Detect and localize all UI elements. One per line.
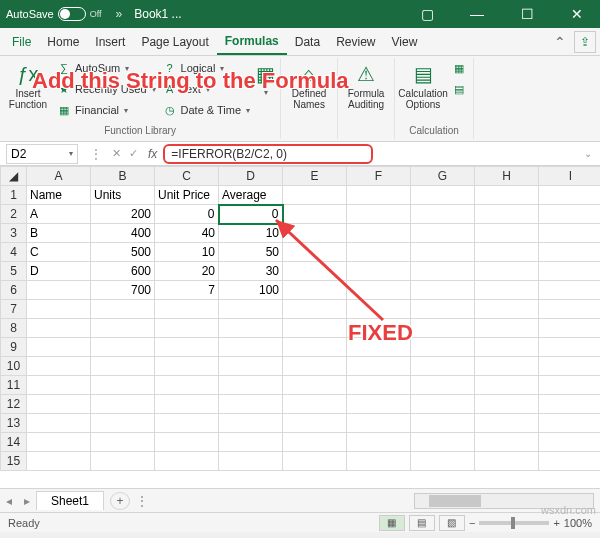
fx-label-icon[interactable]: fx	[142, 147, 163, 161]
cell[interactable]	[91, 414, 155, 433]
col-header[interactable]: F	[347, 167, 411, 186]
col-header[interactable]: A	[27, 167, 91, 186]
cell[interactable]	[27, 338, 91, 357]
cell[interactable]: 20	[155, 262, 219, 281]
cell[interactable]	[27, 376, 91, 395]
cell[interactable]	[27, 357, 91, 376]
ribbon-collapse-icon[interactable]: ⌃	[550, 34, 570, 50]
cell[interactable]: 600	[91, 262, 155, 281]
cell[interactable]: Average	[219, 186, 283, 205]
row-header[interactable]: 14	[1, 433, 27, 452]
cell[interactable]	[347, 224, 411, 243]
row-header[interactable]: 9	[1, 338, 27, 357]
cell[interactable]	[219, 319, 283, 338]
tab-data[interactable]: Data	[287, 28, 328, 55]
cell[interactable]	[539, 281, 601, 300]
cell[interactable]	[347, 357, 411, 376]
cell[interactable]	[155, 414, 219, 433]
tab-insert[interactable]: Insert	[87, 28, 133, 55]
cell[interactable]	[283, 376, 347, 395]
tab-prev-icon[interactable]: ◂	[0, 494, 18, 508]
defined-names-button[interactable]: ⌂ Defined Names	[285, 58, 333, 110]
cell[interactable]	[283, 338, 347, 357]
financial-button[interactable]: ▦Financial▾	[54, 100, 158, 120]
row-header[interactable]: 4	[1, 243, 27, 262]
cell[interactable]	[219, 395, 283, 414]
cell[interactable]	[91, 433, 155, 452]
cell[interactable]	[283, 205, 347, 224]
cell[interactable]: 100	[219, 281, 283, 300]
cell[interactable]	[283, 395, 347, 414]
col-header[interactable]: B	[91, 167, 155, 186]
more-functions-button[interactable]: ▦ ▾	[254, 58, 276, 97]
minimize-icon[interactable]: —	[460, 6, 494, 22]
tab-review[interactable]: Review	[328, 28, 383, 55]
page-layout-view-button[interactable]: ▤	[409, 515, 435, 531]
row-header[interactable]: 13	[1, 414, 27, 433]
cell[interactable]	[91, 338, 155, 357]
cell[interactable]	[539, 205, 601, 224]
cell[interactable]	[283, 433, 347, 452]
cell[interactable]	[539, 414, 601, 433]
cell[interactable]	[475, 186, 539, 205]
cell[interactable]	[155, 319, 219, 338]
cell[interactable]	[539, 224, 601, 243]
cell[interactable]	[283, 224, 347, 243]
calc-now-button[interactable]: ▦	[449, 58, 469, 78]
cell[interactable]: B	[27, 224, 91, 243]
close-icon[interactable]: ✕	[560, 6, 594, 22]
cell[interactable]: C	[27, 243, 91, 262]
sheet-tab[interactable]: Sheet1	[36, 491, 104, 510]
row-header[interactable]: 1	[1, 186, 27, 205]
enter-icon[interactable]: ✓	[125, 147, 142, 160]
cell[interactable]	[155, 357, 219, 376]
normal-view-button[interactable]: ▦	[379, 515, 405, 531]
cell[interactable]	[155, 300, 219, 319]
cell[interactable]	[411, 414, 475, 433]
cell[interactable]	[283, 186, 347, 205]
cell[interactable]	[475, 376, 539, 395]
cell[interactable]	[411, 262, 475, 281]
formula-input[interactable]: =IFERROR(B2/C2, 0)	[163, 144, 373, 164]
calc-sheet-button[interactable]: ▤	[449, 79, 469, 99]
cell[interactable]	[411, 300, 475, 319]
cell[interactable]	[411, 357, 475, 376]
cell[interactable]	[27, 452, 91, 471]
cell[interactable]	[91, 395, 155, 414]
cell[interactable]	[539, 319, 601, 338]
logical-button[interactable]: ?Logical▾	[160, 58, 253, 78]
grid[interactable]: ◢ A B C D E F G H I 1NameUnitsUnit Price…	[0, 166, 600, 471]
tab-formulas[interactable]: Formulas	[217, 28, 287, 55]
col-header[interactable]: G	[411, 167, 475, 186]
cell[interactable]	[475, 395, 539, 414]
cell[interactable]	[347, 205, 411, 224]
cell[interactable]	[411, 224, 475, 243]
cell[interactable]	[539, 338, 601, 357]
cell[interactable]: A	[27, 205, 91, 224]
cell[interactable]	[475, 281, 539, 300]
cell[interactable]	[27, 300, 91, 319]
cell[interactable]	[219, 300, 283, 319]
cell[interactable]	[475, 338, 539, 357]
cell[interactable]	[27, 281, 91, 300]
cell[interactable]: 200	[91, 205, 155, 224]
cell[interactable]: 0	[155, 205, 219, 224]
autosum-button[interactable]: ∑AutoSum▾	[54, 58, 158, 78]
expand-formula-icon[interactable]: ⌄	[584, 148, 592, 159]
cell[interactable]	[283, 243, 347, 262]
cell[interactable]	[347, 452, 411, 471]
cell[interactable]	[27, 433, 91, 452]
cell[interactable]: 50	[219, 243, 283, 262]
row-header[interactable]: 2	[1, 205, 27, 224]
cell[interactable]	[411, 376, 475, 395]
cell[interactable]	[283, 452, 347, 471]
cell[interactable]: Units	[91, 186, 155, 205]
new-sheet-button[interactable]: +	[110, 492, 130, 510]
cell[interactable]	[411, 433, 475, 452]
cell[interactable]	[155, 338, 219, 357]
cell[interactable]	[411, 186, 475, 205]
calculation-options-button[interactable]: ▤ Calculation Options	[399, 58, 447, 110]
cell[interactable]	[411, 395, 475, 414]
cell[interactable]	[283, 319, 347, 338]
tab-next-icon[interactable]: ▸	[18, 494, 36, 508]
